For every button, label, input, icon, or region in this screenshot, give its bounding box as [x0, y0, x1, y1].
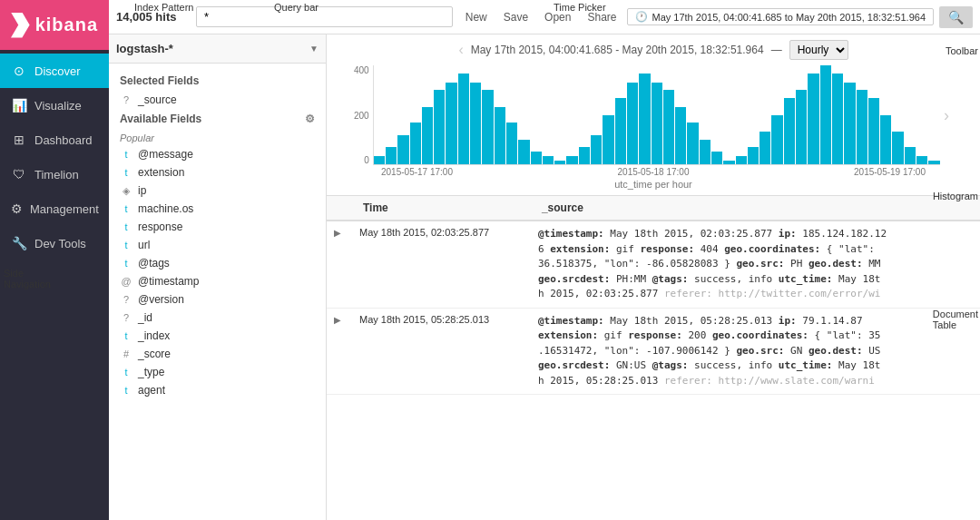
col-source: _source — [531, 196, 980, 221]
sidebar-item-visualize-label: Visualize — [34, 99, 82, 113]
row-time-cell: May 18th 2015, 02:03:25.877 — [352, 221, 531, 308]
histogram-bar — [868, 98, 879, 164]
toolbar: 14,005 hits New Save Open Share 🕐 May 17… — [109, 0, 980, 34]
fields-settings-icon[interactable]: ⚙ — [305, 113, 315, 125]
field-item-type[interactable]: t _type — [109, 363, 326, 381]
histogram-bar — [675, 107, 686, 164]
histogram-bar — [760, 132, 770, 164]
histogram-bar — [603, 115, 613, 165]
histogram-bar — [844, 83, 855, 164]
field-type-hash-icon: # — [120, 348, 132, 360]
field-item-version[interactable]: ? @version — [109, 290, 326, 309]
sidebar-item-devtools[interactable]: 🔧 Dev Tools — [0, 226, 109, 260]
content-row: logstash-* ▼ Selected Fields ? _source A… — [109, 34, 980, 520]
histogram-bar — [916, 156, 927, 164]
time-picker[interactable]: 🕐 May 17th 2015, 04:00:41.685 to May 20t… — [627, 8, 934, 25]
histogram-bar — [374, 156, 385, 164]
histogram-bar — [627, 83, 638, 164]
histogram-bar — [531, 152, 542, 164]
field-item-agent[interactable]: t agent — [109, 381, 326, 399]
field-name-timestamp: @timestamp — [138, 275, 200, 288]
histogram-bar — [892, 132, 903, 164]
index-pattern-bar[interactable]: logstash-* ▼ — [109, 34, 326, 64]
sidebar-item-visualize[interactable]: 📊 Visualize — [0, 88, 109, 123]
row-expand-button[interactable]: ▶ — [334, 315, 341, 325]
histogram-bar — [857, 90, 867, 164]
field-name-machine-os: machine.os — [138, 202, 193, 215]
field-item-id[interactable]: ? _id — [109, 309, 326, 327]
query-input-wrap[interactable] — [196, 6, 453, 27]
field-item-timestamp[interactable]: @ @timestamp — [109, 272, 326, 290]
histogram-bar — [905, 147, 916, 164]
open-button[interactable]: Open — [539, 8, 576, 26]
histogram-bar — [820, 65, 831, 164]
field-item-response[interactable]: t response — [109, 218, 326, 236]
doc-table-inner: Time _source ▶ May 18th 2015, 02:03:25.8… — [327, 196, 980, 395]
histogram-bar — [663, 90, 674, 164]
field-item-score[interactable]: # _score — [109, 345, 326, 363]
histogram-bar — [771, 115, 782, 165]
sidebar-item-timelion[interactable]: 🛡 Timelion — [0, 157, 109, 191]
field-item-ip[interactable]: ◈ ip — [109, 182, 326, 200]
histogram-bar — [700, 140, 710, 164]
histogram-bar — [495, 107, 505, 164]
row-source-cell: @timestamp: May 18th 2015, 05:28:25.013 … — [531, 308, 980, 395]
save-button[interactable]: Save — [498, 8, 534, 26]
field-item-index[interactable]: t _index — [109, 327, 326, 345]
field-item-machine-os[interactable]: t machine.os — [109, 200, 326, 218]
field-type-t-icon: t — [120, 202, 132, 215]
index-pattern-dropdown-icon: ▼ — [309, 44, 318, 54]
y-label-400: 400 — [354, 65, 369, 75]
field-item-tags[interactable]: t @tags — [109, 254, 326, 272]
field-type-t-icon: t — [120, 384, 132, 397]
field-item-url[interactable]: t url — [109, 236, 326, 254]
histogram-bar — [652, 83, 662, 164]
histogram-bar — [434, 90, 445, 164]
histogram-time-range: May 17th 2015, 04:00:41.685 - May 20th 2… — [471, 44, 764, 56]
nav-left-icon[interactable]: ‹ — [458, 42, 463, 58]
sidebar-item-management[interactable]: ⚙ Management — [0, 191, 109, 226]
field-name-id: _id — [138, 311, 152, 324]
sidebar-item-devtools-label: Dev Tools — [34, 237, 86, 250]
histogram-bar — [748, 147, 759, 164]
field-type-t-icon: t — [120, 239, 132, 251]
histogram-bar — [832, 74, 843, 164]
field-name-message: @message — [138, 148, 193, 161]
histogram-bar — [784, 98, 795, 164]
interval-select[interactable]: Hourly — [789, 40, 848, 60]
sidebar-item-dashboard[interactable]: ⊞ Dashboard — [0, 123, 109, 157]
hits-count: 14,005 hits — [116, 10, 189, 24]
gear-icon: ⚙ — [11, 201, 23, 217]
histogram-bar — [506, 123, 517, 164]
histogram-bar — [880, 115, 891, 165]
field-item-message[interactable]: t @message — [109, 145, 326, 163]
kibana-logo-icon — [11, 13, 30, 38]
fields-panel-scroll: Selected Fields ? _source Available Fiel… — [109, 64, 326, 520]
nav-right-icon[interactable]: › — [940, 106, 953, 125]
histogram-bar — [518, 140, 529, 164]
query-input[interactable] — [204, 10, 445, 24]
field-item-extension[interactable]: t extension — [109, 163, 326, 182]
row-expand-button[interactable]: ▶ — [334, 228, 341, 238]
histogram-header: ‹ May 17th 2015, 04:00:41.685 - May 20th… — [354, 40, 953, 60]
histogram-bar — [470, 83, 481, 164]
histogram-bar — [808, 74, 818, 164]
new-button[interactable]: New — [460, 8, 493, 26]
histogram-bar — [723, 161, 734, 164]
histogram-bar — [410, 123, 421, 164]
histogram-bar — [591, 135, 602, 164]
kibana-logo-text: kibana — [35, 15, 98, 35]
time-range-text: May 17th 2015, 04:00:41.685 to May 20th … — [652, 12, 926, 23]
x-label-1: 2015-05-17 17:00 — [381, 167, 453, 177]
sidebar-item-discover[interactable]: ⊙ Discover — [0, 54, 109, 88]
fields-panel: logstash-* ▼ Selected Fields ? _source A… — [109, 34, 327, 520]
row-time-cell: May 18th 2015, 05:28:25.013 — [352, 308, 531, 395]
share-button[interactable]: Share — [582, 8, 622, 26]
app-container: kibana ⊙ Discover 📊 Visualize ⊞ Dashboar… — [0, 0, 980, 520]
sidebar-nav: ⊙ Discover 📊 Visualize ⊞ Dashboard 🛡 Tim… — [0, 50, 109, 520]
field-item-source[interactable]: ? _source — [109, 91, 326, 109]
field-type-t-icon: t — [120, 221, 132, 233]
histogram-bar — [687, 123, 698, 164]
search-button[interactable]: 🔍 — [939, 6, 973, 28]
sidebar-item-timelion-label: Timelion — [34, 168, 79, 182]
